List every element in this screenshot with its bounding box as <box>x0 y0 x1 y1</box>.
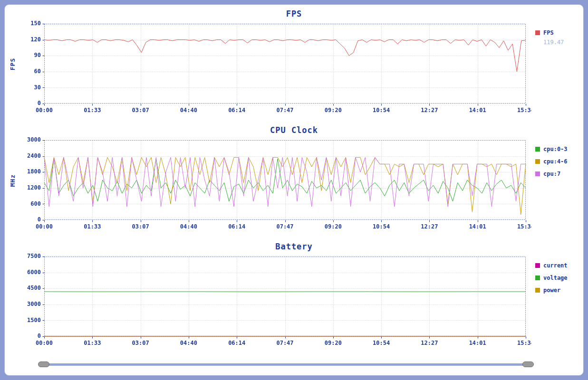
cpu-clock-y-axis-label: MHz <box>9 174 16 187</box>
legend-swatch-icon <box>535 171 540 176</box>
fps-legend: FPS119.47 <box>535 29 583 50</box>
fps-y-axis-label: FPS <box>9 58 16 70</box>
legend-label: voltage <box>543 275 568 281</box>
cpu-clock-chart-plot[interactable] <box>17 137 531 235</box>
legend-label: FPS <box>543 29 554 36</box>
legend-swatch-icon <box>535 30 540 35</box>
fps-chart-title: FPS <box>5 5 583 19</box>
battery-chart-title: Battery <box>5 238 583 251</box>
performance-monitor-panel: FPS FPS FPS119.47 CPU Clock MHz cpu:0-3c… <box>4 4 584 376</box>
scrollbar-right-handle[interactable] <box>522 361 534 367</box>
legend-swatch-icon <box>535 288 540 293</box>
scrollbar-track[interactable] <box>41 363 531 366</box>
legend-label: current <box>543 262 568 269</box>
legend-item-fps[interactable]: FPS <box>535 29 583 36</box>
battery-legend: currentvoltagepower <box>535 262 583 299</box>
fps-chart-plot[interactable] <box>17 20 531 119</box>
legend-label: cpu:0-3 <box>543 146 568 152</box>
legend-item-voltage[interactable]: voltage <box>535 275 583 281</box>
legend-swatch-icon <box>535 147 540 152</box>
battery-chart-block: Battery currentvoltagepower <box>5 238 583 354</box>
fps-chart-block: FPS FPS FPS119.47 <box>5 5 583 121</box>
scrollbar-left-handle[interactable] <box>38 361 49 367</box>
legend-item-current[interactable]: current <box>535 262 583 269</box>
legend-item-cpu-7[interactable]: cpu:7 <box>535 171 583 177</box>
legend-label: cpu:7 <box>543 171 560 177</box>
battery-chart-plot[interactable] <box>17 253 531 352</box>
cpu-clock-legend: cpu:0-3cpu:4-6cpu:7 <box>535 146 583 183</box>
legend-item-cpu-4-6[interactable]: cpu:4-6 <box>535 158 583 165</box>
legend-label: cpu:4-6 <box>543 158 568 165</box>
time-range-scrollbar[interactable] <box>41 361 531 368</box>
legend-swatch-icon <box>535 276 540 280</box>
cpu-clock-chart-title: CPU Clock <box>5 121 583 135</box>
cpu-clock-chart-block: CPU Clock MHz cpu:0-3cpu:4-6cpu:7 <box>5 121 583 238</box>
legend-swatch-icon <box>535 159 540 164</box>
legend-item-power[interactable]: power <box>535 287 583 294</box>
legend-item-cpu-0-3[interactable]: cpu:0-3 <box>535 146 583 152</box>
legend-current-value: 119.47 <box>543 39 583 46</box>
legend-label: power <box>543 287 560 294</box>
legend-swatch-icon <box>535 263 540 268</box>
